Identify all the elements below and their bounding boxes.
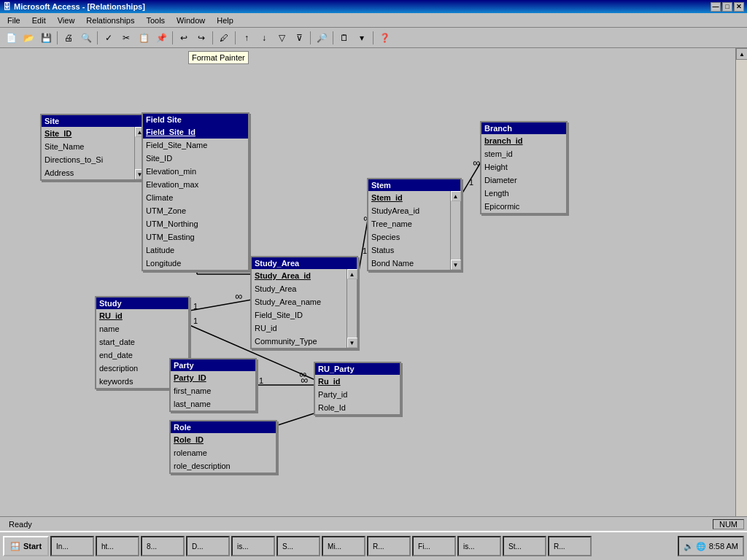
svg-text:∞: ∞ <box>473 157 480 168</box>
table-site[interactable]: Site Site_ID Site_Name Directions_to_Si … <box>40 114 146 181</box>
tb-apply-filter[interactable]: ⊽ <box>291 30 307 46</box>
taskbar-item-2[interactable]: ht... <box>96 536 139 556</box>
field-species: Species <box>368 230 450 244</box>
table-branch-title: Branch <box>481 122 566 134</box>
toolbar: 📄 📂 💾 🖨 🔍 ✓ ✂ 📋 📌 ↩ ↪ 🖊 ↑ ↓ ▽ ⊽ 🔎 🗒 ▾ ❓ … <box>0 28 747 48</box>
menu-window[interactable]: Window <box>172 15 209 26</box>
table-role[interactable]: Role Role_ID rolename role_description <box>169 420 277 474</box>
taskbar-item-3[interactable]: 8... <box>141 536 185 556</box>
tb-format-painter[interactable]: 🖊 <box>216 30 232 46</box>
format-painter-tooltip: Format Painter <box>188 51 249 64</box>
svg-text:∞: ∞ <box>301 374 308 386</box>
table-study-area-title: Study_Area <box>252 257 357 269</box>
minimize-btn[interactable]: — <box>711 2 721 12</box>
start-button[interactable]: 🪟 Start <box>3 536 49 556</box>
field-role-id: Role_ID <box>171 433 276 446</box>
svg-text:∞: ∞ <box>299 368 306 380</box>
field-length: Length <box>481 187 566 200</box>
taskbar-item-6[interactable]: S... <box>276 536 320 556</box>
menu-tools[interactable]: Tools <box>142 15 169 26</box>
svg-line-8 <box>462 161 481 194</box>
table-stem-fields: Stem_id StudyArea_id Tree_name Species S… <box>368 191 450 270</box>
tb-save[interactable]: 💾 <box>38 30 54 46</box>
taskbar-item-7[interactable]: Mi... <box>322 536 365 556</box>
tb-preview[interactable]: 🔍 <box>78 30 94 46</box>
field-field-site-id-sa: Field_Site_ID <box>252 308 347 322</box>
menu-help[interactable]: Help <box>212 15 238 26</box>
tb-paste[interactable]: 📌 <box>153 30 169 46</box>
menu-edit[interactable]: Edit <box>28 15 50 26</box>
tb-spell[interactable]: ✓ <box>101 30 117 46</box>
table-field-site-fields-container: Field_Site_Id Field_Site_Name Site_ID El… <box>143 125 248 270</box>
tb-open[interactable]: 📂 <box>20 30 36 46</box>
taskbar-item-8[interactable]: R... <box>367 536 411 556</box>
field-epicormic: Epicormic <box>481 200 566 213</box>
workspace: 1 ∞ 1 ∞ 1 ∞ 1 ∞ 1 ∞ 1 ∞ 1 ∞ 1 ∞ Site <box>0 48 747 544</box>
app-icon: 🗄 <box>3 2 11 11</box>
field-study-area-id-s: StudyArea_id <box>368 204 450 217</box>
menu-relationships[interactable]: Relationships <box>82 15 139 26</box>
workspace-vscrollbar[interactable]: ▲ ▼ <box>735 48 747 529</box>
menu-view[interactable]: View <box>53 15 80 26</box>
vscroll-up[interactable]: ▲ <box>736 48 747 60</box>
tb-filter[interactable]: ▽ <box>274 30 290 46</box>
field-utm-northing: UTM_Northing <box>143 217 248 230</box>
tb-sort-desc[interactable]: ↓ <box>256 30 272 46</box>
svg-text:∞: ∞ <box>235 290 242 302</box>
tb-help[interactable]: ❓ <box>376 30 392 46</box>
field-directions: Directions_to_Si <box>42 153 134 166</box>
table-field-site[interactable]: Field Site Field_Site_Id Field_Site_Name… <box>142 112 249 271</box>
field-ru-id: RU_id <box>96 309 188 322</box>
table-role-title: Role <box>171 421 276 433</box>
field-community-type: Community_Type <box>252 335 347 348</box>
scroll-down-stem[interactable]: ▼ <box>451 260 461 270</box>
tb-redo[interactable]: ↪ <box>193 30 209 46</box>
table-ru-party[interactable]: RU_Party Ru_id Party_id Role_Id <box>314 362 401 416</box>
table-stem[interactable]: Stem Stem_id StudyArea_id Tree_name Spec… <box>367 178 462 271</box>
scroll-up-stem[interactable]: ▲ <box>451 191 461 201</box>
taskbar-item-12[interactable]: R... <box>548 536 592 556</box>
study-area-scrollbar[interactable]: ▲ ▼ <box>347 269 357 348</box>
table-party[interactable]: Party Party_ID first_name last_name <box>169 358 257 412</box>
taskbar-item-5[interactable]: is... <box>231 536 275 556</box>
field-name: name <box>96 322 188 335</box>
taskbar-item-10[interactable]: is... <box>457 536 501 556</box>
sys-tray-icons: 🔊 🌐 <box>684 542 706 551</box>
tb-new-obj[interactable]: 🗒 <box>336 30 352 46</box>
table-study-area-fields-container: Study_Area_id Study_Area Study_Area_name… <box>252 269 357 348</box>
field-party-id: Party_ID <box>171 371 255 384</box>
taskbar-item-1[interactable]: In... <box>50 536 94 556</box>
tb-undo[interactable]: ↩ <box>176 30 192 46</box>
maximize-btn[interactable]: □ <box>722 2 732 12</box>
svg-text:1: 1 <box>193 302 198 311</box>
table-branch[interactable]: Branch branch_id stem_id Height Diameter… <box>480 121 568 214</box>
close-btn[interactable]: ✕ <box>734 2 744 12</box>
table-study-area[interactable]: Study_Area Study_Area_id Study_Area Stud… <box>250 256 358 349</box>
scroll-down-sa[interactable]: ▼ <box>347 338 357 348</box>
tb-sep1 <box>57 31 58 44</box>
taskbar-item-9[interactable]: Fi... <box>412 536 456 556</box>
table-branch-fields: branch_id stem_id Height Diameter Length… <box>481 134 566 213</box>
tb-copy[interactable]: 📋 <box>136 30 152 46</box>
tb-new-obj-dd[interactable]: ▾ <box>354 30 370 46</box>
tb-cut[interactable]: ✂ <box>118 30 134 46</box>
table-study-title: Study <box>96 298 188 309</box>
field-stem-id: Stem_id <box>368 191 450 204</box>
tb-print[interactable]: 🖨 <box>61 30 77 46</box>
menu-file[interactable]: File <box>3 15 25 26</box>
status-bar: Ready NUM <box>0 516 747 531</box>
taskbar-item-11[interactable]: St... <box>503 536 546 556</box>
tb-sep7 <box>333 31 333 44</box>
scroll-up-sa[interactable]: ▲ <box>347 269 357 279</box>
field-study-area-name: Study_Area_name <box>252 295 347 308</box>
tb-find[interactable]: 🔎 <box>314 30 330 46</box>
tb-sep8 <box>373 31 374 44</box>
table-ru-party-title: RU_Party <box>315 363 400 375</box>
taskbar-item-4[interactable]: D... <box>186 536 230 556</box>
svg-text:1: 1 <box>469 178 473 187</box>
tb-sort-asc[interactable]: ↑ <box>239 30 255 46</box>
stem-scrollbar[interactable]: ▲ ▼ <box>450 191 460 270</box>
title-bar: 🗄 Microsoft Access - [Relationships] — □… <box>0 0 747 13</box>
tb-new[interactable]: 📄 <box>3 30 19 46</box>
table-stem-fields-container: Stem_id StudyArea_id Tree_name Species S… <box>368 191 460 270</box>
